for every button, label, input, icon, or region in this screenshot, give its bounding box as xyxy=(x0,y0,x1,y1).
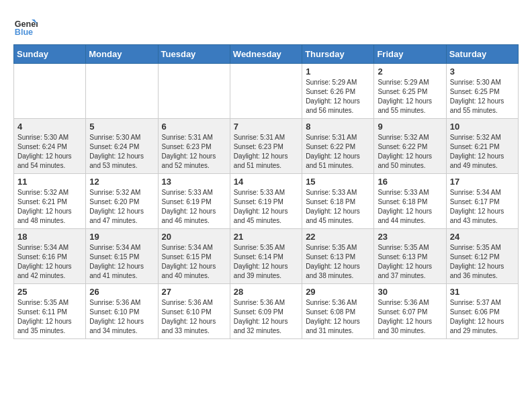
weekday-header: Tuesday xyxy=(158,45,230,64)
day-info: Sunrise: 5:35 AM Sunset: 6:14 PM Dayligh… xyxy=(234,243,298,281)
day-info: Sunrise: 5:36 AM Sunset: 6:09 PM Dayligh… xyxy=(234,298,298,336)
day-info: Sunrise: 5:35 AM Sunset: 6:11 PM Dayligh… xyxy=(17,298,82,336)
day-info: Sunrise: 5:33 AM Sunset: 6:19 PM Dayligh… xyxy=(234,188,298,226)
calendar-week-row: 4Sunrise: 5:30 AM Sunset: 6:24 PM Daylig… xyxy=(14,119,519,174)
day-number: 23 xyxy=(378,232,442,242)
calendar-cell: 26Sunrise: 5:36 AM Sunset: 6:10 PM Dayli… xyxy=(86,284,158,339)
day-info: Sunrise: 5:32 AM Sunset: 6:20 PM Dayligh… xyxy=(89,188,154,226)
day-info: Sunrise: 5:31 AM Sunset: 6:23 PM Dayligh… xyxy=(162,133,226,171)
day-number: 3 xyxy=(450,66,515,77)
svg-text:Blue: Blue xyxy=(15,28,33,37)
calendar-cell xyxy=(86,64,158,119)
day-number: 10 xyxy=(450,122,515,132)
day-info: Sunrise: 5:37 AM Sunset: 6:06 PM Dayligh… xyxy=(450,298,515,336)
day-number: 20 xyxy=(162,232,226,242)
logo-icon: General Blue xyxy=(13,13,38,38)
day-number: 13 xyxy=(162,177,226,187)
calendar-cell: 16Sunrise: 5:33 AM Sunset: 6:18 PM Dayli… xyxy=(374,174,446,229)
day-info: Sunrise: 5:34 AM Sunset: 6:15 PM Dayligh… xyxy=(162,243,226,281)
calendar-cell: 14Sunrise: 5:33 AM Sunset: 6:19 PM Dayli… xyxy=(230,174,302,229)
day-info: Sunrise: 5:31 AM Sunset: 6:23 PM Dayligh… xyxy=(234,133,298,171)
calendar-cell: 8Sunrise: 5:31 AM Sunset: 6:22 PM Daylig… xyxy=(302,119,374,174)
day-info: Sunrise: 5:32 AM Sunset: 6:21 PM Dayligh… xyxy=(450,133,515,171)
day-number: 2 xyxy=(378,66,442,77)
calendar-cell: 22Sunrise: 5:35 AM Sunset: 6:13 PM Dayli… xyxy=(302,229,374,284)
calendar-cell: 11Sunrise: 5:32 AM Sunset: 6:21 PM Dayli… xyxy=(14,174,86,229)
day-info: Sunrise: 5:35 AM Sunset: 6:13 PM Dayligh… xyxy=(306,243,370,281)
calendar-cell: 25Sunrise: 5:35 AM Sunset: 6:11 PM Dayli… xyxy=(14,284,86,339)
calendar-cell: 2Sunrise: 5:29 AM Sunset: 6:25 PM Daylig… xyxy=(374,64,446,119)
calendar-cell: 15Sunrise: 5:33 AM Sunset: 6:18 PM Dayli… xyxy=(302,174,374,229)
calendar-week-row: 1Sunrise: 5:29 AM Sunset: 6:26 PM Daylig… xyxy=(14,64,519,119)
weekday-header: Thursday xyxy=(302,45,374,64)
day-number: 6 xyxy=(162,122,226,132)
day-number: 16 xyxy=(378,177,442,187)
calendar-cell: 7Sunrise: 5:31 AM Sunset: 6:23 PM Daylig… xyxy=(230,119,302,174)
day-number: 15 xyxy=(306,177,370,187)
day-number: 26 xyxy=(89,287,154,297)
day-info: Sunrise: 5:36 AM Sunset: 6:10 PM Dayligh… xyxy=(89,298,154,336)
calendar-cell: 21Sunrise: 5:35 AM Sunset: 6:14 PM Dayli… xyxy=(230,229,302,284)
day-info: Sunrise: 5:29 AM Sunset: 6:26 PM Dayligh… xyxy=(306,78,370,116)
day-info: Sunrise: 5:34 AM Sunset: 6:16 PM Dayligh… xyxy=(17,243,82,281)
day-info: Sunrise: 5:35 AM Sunset: 6:13 PM Dayligh… xyxy=(378,243,442,281)
calendar-cell: 24Sunrise: 5:35 AM Sunset: 6:12 PM Dayli… xyxy=(446,229,518,284)
day-number: 5 xyxy=(89,122,154,132)
day-info: Sunrise: 5:36 AM Sunset: 6:07 PM Dayligh… xyxy=(378,298,442,336)
calendar-week-row: 25Sunrise: 5:35 AM Sunset: 6:11 PM Dayli… xyxy=(14,284,519,339)
day-info: Sunrise: 5:36 AM Sunset: 6:10 PM Dayligh… xyxy=(162,298,226,336)
day-info: Sunrise: 5:32 AM Sunset: 6:22 PM Dayligh… xyxy=(378,133,442,171)
calendar-cell: 23Sunrise: 5:35 AM Sunset: 6:13 PM Dayli… xyxy=(374,229,446,284)
weekday-header: Friday xyxy=(374,45,446,64)
day-info: Sunrise: 5:35 AM Sunset: 6:12 PM Dayligh… xyxy=(450,243,515,281)
day-number: 22 xyxy=(306,232,370,242)
day-number: 25 xyxy=(17,287,82,297)
day-number: 27 xyxy=(162,287,226,297)
day-number: 4 xyxy=(17,122,82,132)
calendar-cell: 5Sunrise: 5:30 AM Sunset: 6:24 PM Daylig… xyxy=(86,119,158,174)
calendar-table: SundayMondayTuesdayWednesdayThursdayFrid… xyxy=(13,44,519,339)
calendar-cell: 30Sunrise: 5:36 AM Sunset: 6:07 PM Dayli… xyxy=(374,284,446,339)
calendar-cell xyxy=(158,64,230,119)
weekday-header: Sunday xyxy=(14,45,86,64)
day-info: Sunrise: 5:29 AM Sunset: 6:25 PM Dayligh… xyxy=(378,78,442,116)
calendar-cell: 20Sunrise: 5:34 AM Sunset: 6:15 PM Dayli… xyxy=(158,229,230,284)
calendar-cell: 3Sunrise: 5:30 AM Sunset: 6:25 PM Daylig… xyxy=(446,64,518,119)
day-number: 24 xyxy=(450,232,515,242)
day-number: 8 xyxy=(306,122,370,132)
day-number: 30 xyxy=(378,287,442,297)
day-info: Sunrise: 5:34 AM Sunset: 6:15 PM Dayligh… xyxy=(89,243,154,281)
day-number: 14 xyxy=(234,177,298,187)
day-number: 19 xyxy=(89,232,154,242)
page-header: General Blue xyxy=(13,13,519,38)
day-number: 1 xyxy=(306,66,370,77)
calendar-cell: 1Sunrise: 5:29 AM Sunset: 6:26 PM Daylig… xyxy=(302,64,374,119)
day-info: Sunrise: 5:31 AM Sunset: 6:22 PM Dayligh… xyxy=(306,133,370,171)
day-number: 7 xyxy=(234,122,298,132)
day-info: Sunrise: 5:30 AM Sunset: 6:24 PM Dayligh… xyxy=(89,133,154,171)
day-info: Sunrise: 5:34 AM Sunset: 6:17 PM Dayligh… xyxy=(450,188,515,226)
calendar-cell: 18Sunrise: 5:34 AM Sunset: 6:16 PM Dayli… xyxy=(14,229,86,284)
weekday-header: Saturday xyxy=(446,45,518,64)
day-number: 11 xyxy=(17,177,82,187)
day-info: Sunrise: 5:36 AM Sunset: 6:08 PM Dayligh… xyxy=(306,298,370,336)
calendar-cell: 28Sunrise: 5:36 AM Sunset: 6:09 PM Dayli… xyxy=(230,284,302,339)
day-number: 9 xyxy=(378,122,442,132)
day-info: Sunrise: 5:30 AM Sunset: 6:24 PM Dayligh… xyxy=(17,133,82,171)
calendar-cell: 10Sunrise: 5:32 AM Sunset: 6:21 PM Dayli… xyxy=(446,119,518,174)
calendar-cell: 6Sunrise: 5:31 AM Sunset: 6:23 PM Daylig… xyxy=(158,119,230,174)
calendar-cell xyxy=(14,64,86,119)
calendar-cell: 29Sunrise: 5:36 AM Sunset: 6:08 PM Dayli… xyxy=(302,284,374,339)
calendar-cell: 19Sunrise: 5:34 AM Sunset: 6:15 PM Dayli… xyxy=(86,229,158,284)
day-info: Sunrise: 5:33 AM Sunset: 6:18 PM Dayligh… xyxy=(306,188,370,226)
day-info: Sunrise: 5:33 AM Sunset: 6:18 PM Dayligh… xyxy=(378,188,442,226)
day-info: Sunrise: 5:30 AM Sunset: 6:25 PM Dayligh… xyxy=(450,78,515,116)
calendar-cell: 27Sunrise: 5:36 AM Sunset: 6:10 PM Dayli… xyxy=(158,284,230,339)
day-number: 28 xyxy=(234,287,298,297)
day-info: Sunrise: 5:33 AM Sunset: 6:19 PM Dayligh… xyxy=(162,188,226,226)
logo: General Blue xyxy=(13,13,38,38)
day-number: 29 xyxy=(306,287,370,297)
day-number: 17 xyxy=(450,177,515,187)
calendar-cell: 31Sunrise: 5:37 AM Sunset: 6:06 PM Dayli… xyxy=(446,284,518,339)
day-number: 18 xyxy=(17,232,82,242)
